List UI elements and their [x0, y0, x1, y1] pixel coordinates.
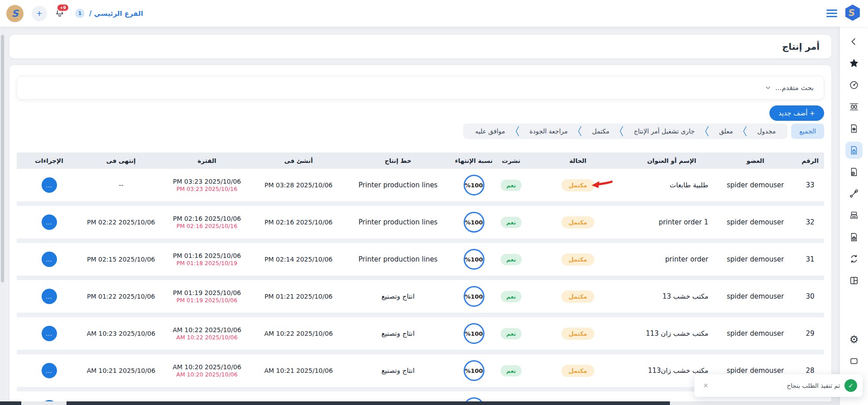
published-badge: نعم: [501, 291, 522, 302]
status-badge: مكتمل: [561, 253, 594, 266]
dashboard-gauge-icon: [849, 80, 859, 90]
cell-ended-at: --: [81, 181, 161, 189]
tab-scheduled[interactable]: مجدول: [748, 128, 785, 135]
cell-number: 30: [796, 292, 824, 300]
published-badge: نعم: [501, 365, 522, 376]
cell-status: مكتمل: [527, 328, 629, 340]
table-body: 33 spider demouser طلبية طابعات مكتمل نع…: [17, 169, 824, 405]
cell-published: نعم: [495, 291, 527, 302]
cell-member: spider demouser: [715, 329, 796, 338]
period-end: AM 10:22 2025/10/06: [176, 334, 237, 341]
workflow-icon: [849, 189, 859, 199]
sidebar-item-window[interactable]: [845, 353, 863, 370]
header-published: نشرت: [495, 157, 527, 164]
completion-ring: %100: [464, 212, 484, 233]
row-actions-button[interactable]: …: [42, 289, 57, 304]
breadcrumb-count-badge: 1: [75, 9, 85, 18]
header-number: الرقم: [796, 157, 824, 164]
tab-all[interactable]: الجميع: [791, 124, 824, 139]
tab-running[interactable]: جارى تشغيل أمر الإنتاج: [625, 128, 703, 135]
toast-close-icon[interactable]: ×: [700, 379, 712, 392]
cell-member: spider demouser: [715, 367, 796, 375]
tab-approved[interactable]: موافق عليه: [466, 128, 514, 135]
status-badge: مكتمل: [561, 179, 594, 191]
period-start: AM 10:20 2025/10/06: [173, 363, 242, 371]
header-actions: الإجراءات: [17, 157, 81, 164]
sidebar-item-completed-orders[interactable]: [845, 163, 863, 181]
published-badge: نعم: [501, 254, 522, 265]
row-actions-button[interactable]: …: [42, 177, 57, 193]
document-eye-icon: [849, 124, 859, 133]
cell-created-at: PM 01:21 2025/10/06: [253, 293, 344, 300]
chevron-separator-icon: [618, 125, 625, 138]
chevron-separator-icon: [704, 125, 710, 138]
cell-production-line: انتاج وتصنيع: [344, 367, 452, 375]
sidebar-item-workflow[interactable]: [845, 185, 863, 202]
brand-logo: S: [844, 4, 862, 24]
cell-name: printer order 1: [629, 218, 715, 226]
header-completion: نسبة الإنتهاء: [452, 157, 495, 164]
cell-name: printer order: [629, 255, 715, 263]
cell-production-line: Printer production lines: [344, 218, 452, 226]
completion-ring: %100: [464, 249, 484, 270]
sidebar-item-pos[interactable]: [845, 207, 863, 224]
collapse-sidebar-button[interactable]: [845, 33, 863, 50]
cell-name: مكتب خشب زان 113: [629, 329, 715, 338]
table-row: 30 spider demouser مكتب خشب 13 مكتمل نعم: [17, 280, 824, 313]
sidebar-item-settings[interactable]: ⚙: [845, 331, 863, 348]
table-row: 33 spider demouser طلبية طابعات مكتمل نع…: [17, 169, 824, 201]
layout-icon: [849, 276, 859, 286]
cell-completion: %100: [452, 286, 495, 307]
period-start: PM 01:16 2025/10/06: [173, 252, 241, 259]
tab-completed[interactable]: مكتمل: [583, 128, 618, 135]
tab-quality-review[interactable]: مراجعة الجودة: [521, 128, 577, 135]
notifications-button[interactable]: +9: [54, 7, 65, 20]
tab-group: مجدول معلق جارى تشغيل أمر الإنتاج مكتمل …: [463, 124, 787, 139]
success-check-icon: ✓: [844, 379, 857, 392]
sidebar-item-sync[interactable]: [845, 250, 863, 267]
cell-published: نعم: [495, 365, 527, 376]
sidebar-item-machines[interactable]: [845, 98, 863, 115]
star-icon: [849, 58, 859, 68]
page-title: أمر إنتاج: [782, 41, 820, 52]
cell-status: مكتمل: [527, 365, 629, 377]
toast-message: تم تنفيذ الطلب بنجاح: [787, 382, 840, 389]
quick-add-button[interactable]: +: [32, 6, 47, 21]
row-actions-button[interactable]: …: [42, 214, 57, 230]
row-actions-button[interactable]: …: [42, 326, 57, 341]
sidebar-item-layout[interactable]: [845, 272, 863, 289]
advanced-search-toggle[interactable]: بحث متقدم...: [17, 76, 824, 100]
cell-status: مكتمل: [527, 291, 629, 303]
avatar[interactable]: S: [6, 5, 24, 22]
cell-status: مكتمل: [527, 179, 629, 191]
row-actions-button[interactable]: …: [42, 252, 57, 267]
cell-number: 29: [796, 329, 824, 338]
chevron-separator-icon: [577, 125, 583, 138]
cell-number: 28: [796, 367, 824, 375]
sidebar-item-view-orders[interactable]: [845, 120, 863, 137]
status-filter-tabs: الجميع مجدول معلق جارى تشغيل أمر الإنتاج…: [17, 124, 824, 139]
published-badge: نعم: [501, 217, 522, 228]
horizontal-scrollbar-thumb[interactable]: [66, 401, 670, 405]
gear-icon: ⚙: [849, 334, 859, 345]
sidebar-item-favorites[interactable]: [845, 55, 863, 72]
sidebar-item-dashboard[interactable]: [845, 76, 863, 94]
cell-created-at: AM 10:21 2025/10/06: [253, 367, 344, 374]
sidebar-item-production-order[interactable]: [845, 142, 863, 159]
document-check-icon: [849, 167, 859, 177]
vertical-scrollbar-thumb[interactable]: [1, 35, 4, 282]
cell-published: نعم: [495, 328, 527, 339]
menu-icon[interactable]: [826, 10, 837, 17]
breadcrumb[interactable]: الفرع الرئيسي /: [89, 10, 143, 18]
cell-actions: …: [17, 326, 81, 341]
cell-production-line: Printer production lines: [344, 181, 452, 189]
sidebar: ⚙: [840, 27, 868, 405]
published-badge: نعم: [501, 328, 522, 339]
horizontal-scrollbar-track: [0, 401, 840, 405]
cell-number: 31: [796, 255, 824, 263]
add-new-button[interactable]: + أضف جديد: [769, 105, 824, 121]
header-ended-at: إنتهى فى: [81, 157, 161, 164]
sidebar-item-work-documents[interactable]: [845, 229, 863, 246]
tab-pending[interactable]: معلق: [710, 128, 742, 135]
row-actions-button[interactable]: …: [42, 363, 57, 378]
